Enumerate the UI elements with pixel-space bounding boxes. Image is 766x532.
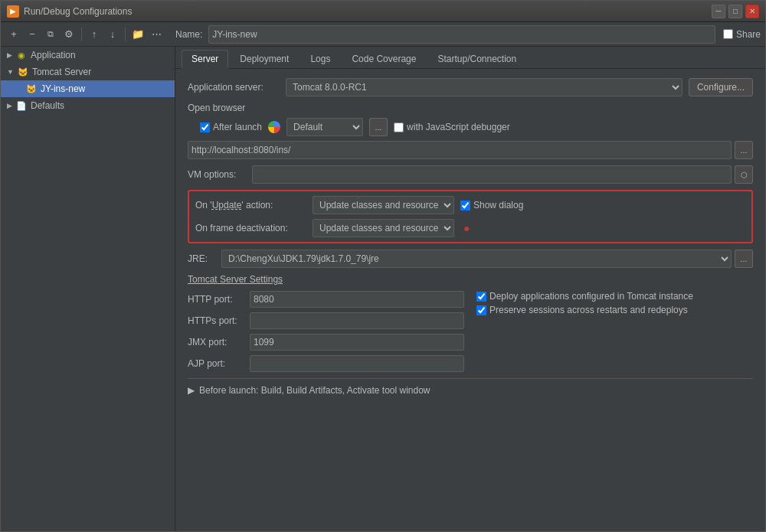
before-launch-row: ▶ Before launch: Build, Build Artifacts,… xyxy=(188,385,753,396)
vm-options-row: VM options: ⬡ xyxy=(188,165,753,184)
js-debugger-label: with JavaScript debugger xyxy=(394,122,510,132)
move-down-button[interactable]: ↓ xyxy=(104,26,121,43)
jmx-port-row: JMX port: xyxy=(188,334,464,351)
https-port-row: HTTPs port: xyxy=(188,312,464,329)
app-server-row: Application server: Tomcat 8.0.0-RC1 Con… xyxy=(188,78,753,96)
jre-browse-button[interactable]: ... xyxy=(735,250,753,268)
name-label: Name: xyxy=(175,29,202,40)
settings-grid: HTTP port: HTTPs port: JMX port: xyxy=(188,291,753,372)
application-icon: ◉ xyxy=(15,49,28,61)
sidebar-item-application[interactable]: ▶ ◉ Application xyxy=(1,47,175,64)
sidebar-item-defaults[interactable]: ▶ 📄 Defaults xyxy=(1,97,175,114)
server-panel: Application server: Tomcat 8.0.0-RC1 Con… xyxy=(175,69,765,531)
more-button[interactable]: ⋯ xyxy=(148,26,165,43)
sidebar-item-tomcat[interactable]: ▼ 🐱 Tomcat Server xyxy=(1,64,175,80)
main-content: ▶ ◉ Application ▼ 🐱 Tomcat Server 🐱 JY-i… xyxy=(1,47,765,531)
configure-button[interactable]: Configure... xyxy=(689,78,753,96)
sidebar: ▶ ◉ Application ▼ 🐱 Tomcat Server 🐱 JY-i… xyxy=(1,47,175,531)
https-port-label: HTTPs port: xyxy=(188,315,245,326)
maximize-button[interactable]: □ xyxy=(728,5,742,18)
tomcat-icon: 🐱 xyxy=(17,66,29,78)
ajp-port-input[interactable] xyxy=(250,355,464,372)
vm-options-label: VM options: xyxy=(188,169,249,180)
after-launch-text: After launch xyxy=(213,122,262,132)
tab-deployment[interactable]: Deployment xyxy=(230,50,299,68)
move-up-button[interactable]: ↑ xyxy=(86,26,103,43)
url-input[interactable] xyxy=(188,141,732,159)
name-area: Name: xyxy=(166,25,715,44)
toolbar: + − ⧉ ⚙ ↑ ↓ 📁 ⋯ Name: Share xyxy=(1,22,765,47)
http-port-row: HTTP port: xyxy=(188,291,464,308)
tab-code-coverage[interactable]: Code Coverage xyxy=(342,50,426,68)
copy-config-button[interactable]: ⧉ xyxy=(42,26,59,43)
jre-select[interactable]: D:\ChengXu\JDK1.79\jdk1.7.0_79\jre xyxy=(221,250,732,268)
js-debugger-checkbox[interactable] xyxy=(394,122,404,132)
deploy-options-section: Deploy applications configured in Tomcat… xyxy=(476,291,693,372)
share-label: Share xyxy=(736,29,761,40)
add-config-button[interactable]: + xyxy=(5,26,22,43)
app-server-label: Application server: xyxy=(188,82,280,93)
browser-select[interactable]: Default xyxy=(286,118,363,136)
deploy-apps-label: Deploy applications configured in Tomcat… xyxy=(476,291,693,302)
on-frame-row: On frame deactivation: Update classes an… xyxy=(195,219,745,237)
http-port-label: HTTP port: xyxy=(188,294,245,305)
window-controls: ─ □ ✕ xyxy=(712,5,759,18)
config-name-input[interactable] xyxy=(208,25,715,44)
jy-ins-new-label: JY-ins-new xyxy=(41,83,85,94)
server-settings-title: Tomcat Server Settings xyxy=(188,274,753,285)
show-dialog-label: Show dialog xyxy=(460,200,523,211)
red-dot-indicator: ● xyxy=(463,222,470,234)
tomcat-settings-section: Tomcat Server Settings HTTP port: HTTPs … xyxy=(188,274,753,372)
tomcat-label: Tomcat Server xyxy=(32,67,91,77)
arrow-icon: ▶ xyxy=(7,51,12,59)
vm-expand-button[interactable]: ⬡ xyxy=(735,165,753,184)
defaults-arrow-icon: ▶ xyxy=(7,102,12,109)
preserve-sessions-label: Preserve sessions across restarts and re… xyxy=(476,305,693,315)
toolbar-separator xyxy=(81,28,82,41)
right-panel: Server Deployment Logs Code Coverage Sta… xyxy=(175,47,765,531)
ajp-port-row: AJP port: xyxy=(188,355,464,372)
https-port-input[interactable] xyxy=(250,312,464,329)
app-server-select[interactable]: Tomcat 8.0.0-RC1 xyxy=(286,78,683,96)
application-label: Application xyxy=(31,50,76,60)
after-launch-checkbox[interactable] xyxy=(200,122,210,132)
on-update-label: On 'Update' action: xyxy=(195,200,306,211)
share-option: Share xyxy=(723,29,761,40)
before-launch-section: ▶ Before launch: Build, Build Artifacts,… xyxy=(188,378,753,396)
sidebar-item-jy-ins-new[interactable]: 🐱 JY-ins-new xyxy=(1,80,175,97)
browser-options-button[interactable]: ... xyxy=(369,118,388,136)
vm-options-input[interactable] xyxy=(252,165,732,184)
defaults-label: Defaults xyxy=(31,100,64,111)
settings-button[interactable]: ⚙ xyxy=(61,26,77,43)
share-checkbox[interactable] xyxy=(723,29,733,39)
show-dialog-checkbox[interactable] xyxy=(460,201,470,211)
on-update-row: On 'Update' action: Update classes and r… xyxy=(195,196,745,214)
js-debugger-text: with JavaScript debugger xyxy=(407,122,510,132)
deploy-apps-text: Deploy applications configured in Tomcat… xyxy=(489,291,693,302)
tab-logs[interactable]: Logs xyxy=(300,50,340,68)
open-browser-section: Open browser After launch Default ... xyxy=(188,103,753,159)
remove-config-button[interactable]: − xyxy=(24,26,41,43)
preserve-sessions-text: Preserve sessions across restarts and re… xyxy=(489,305,688,315)
http-port-input[interactable] xyxy=(250,291,464,308)
window-icon: ▶ xyxy=(7,5,19,18)
window-title: Run/Debug Configurations xyxy=(24,6,712,17)
on-update-select[interactable]: Update classes and resources Restart ser… xyxy=(313,196,454,214)
close-button[interactable]: ✕ xyxy=(745,5,759,18)
after-launch-label: After launch xyxy=(200,122,262,132)
tab-startup-connection[interactable]: Startup/Connection xyxy=(427,50,526,68)
config-icon: 🐱 xyxy=(25,83,38,95)
jre-label: JRE: xyxy=(188,253,218,264)
tab-server[interactable]: Server xyxy=(182,50,228,69)
on-frame-select[interactable]: Update classes and resources Restart ser… xyxy=(313,219,454,237)
on-frame-label: On frame deactivation: xyxy=(195,223,306,233)
tabs-bar: Server Deployment Logs Code Coverage Sta… xyxy=(175,47,765,69)
jre-row: JRE: D:\ChengXu\JDK1.79\jdk1.7.0_79\jre … xyxy=(188,250,753,268)
update-action-section: On 'Update' action: Update classes and r… xyxy=(188,190,753,243)
jmx-port-input[interactable] xyxy=(250,334,464,351)
url-options-button[interactable]: ... xyxy=(735,141,753,159)
preserve-sessions-checkbox[interactable] xyxy=(476,305,486,315)
minimize-button[interactable]: ─ xyxy=(712,5,725,18)
deploy-apps-checkbox[interactable] xyxy=(476,292,486,302)
folder-button[interactable]: 📁 xyxy=(129,26,146,43)
